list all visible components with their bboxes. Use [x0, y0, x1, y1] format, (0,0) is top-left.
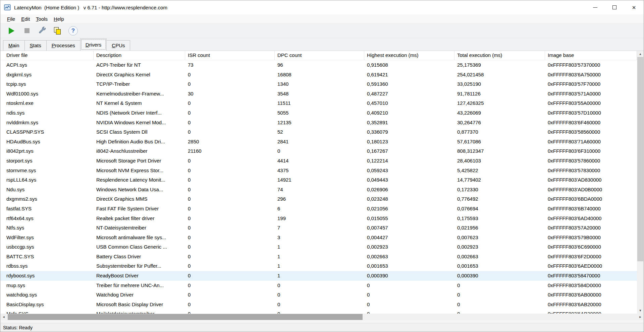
table-row[interactable]: stornvme.sysMicrosoft NVM Express Stor..… [0, 166, 637, 176]
tab-cpus[interactable]: CPUs [106, 40, 130, 51]
table-row[interactable]: nvlddmkm.sysNVIDIA Windows Kernel Mod...… [0, 118, 637, 128]
copy-report-button[interactable] [51, 25, 64, 37]
horizontal-scrollbar-thumb[interactable] [8, 314, 363, 320]
tab-stats[interactable]: Stats [24, 40, 47, 51]
cell-isr-count: 0 [185, 281, 275, 290]
cell-total-execution: 0,021956 [454, 223, 545, 233]
maximize-button[interactable] [605, 0, 624, 14]
cell-dpc-count: 2841 [275, 137, 364, 147]
cell-highest-execution: 0,004427 [364, 233, 454, 243]
close-button[interactable]: ✕ [624, 0, 644, 14]
scroll-down-arrow-icon[interactable]: ▼ [637, 308, 644, 314]
cell-image-base: 0xFFFFF803'6C690000 [545, 242, 637, 252]
cell-image-base: 0xFFFFF803'571A0000 [545, 89, 637, 99]
menu-item-file[interactable]: File [4, 15, 18, 23]
scroll-up-arrow-icon[interactable]: ▲ [637, 51, 644, 57]
cell-image-base: 0xFFFFF803'6F2D0000 [545, 252, 637, 262]
cell-description: NT Kernel & System [94, 98, 185, 108]
cell-image-base: 0xFFFFF803'6AED0000 [545, 261, 637, 271]
cell-total-execution: 0,001653 [454, 261, 545, 271]
cell-dpc-count: 6 [275, 204, 364, 214]
column-header-total-execution[interactable]: Total execution (ms) [454, 51, 545, 60]
table-row[interactable]: mup.sysTreiber für mehrere UNC-An...0000… [0, 281, 637, 290]
cell-image-base: 0xFFFFF803'58560000 [545, 127, 637, 137]
cell-dpc-count: 0 [275, 290, 364, 300]
table-row[interactable]: storport.sysMicrosoft Storage Port Drive… [0, 156, 637, 166]
column-header-image-base[interactable]: Image base [545, 51, 637, 60]
vertical-scrollbar[interactable]: ▲ ▼ [637, 51, 644, 314]
caption-buttons: ✕ [585, 0, 644, 14]
table-row[interactable]: dxgmms2.sysDirectX Graphics MMS02960,023… [0, 194, 637, 204]
tab-strip: Main Stats Processes Drivers CPUs [0, 38, 644, 51]
cell-image-base: 0xFFFFF803'6F310000 [545, 146, 637, 156]
column-header-description[interactable]: Description [94, 51, 185, 60]
cell-total-execution: 28,406103 [454, 156, 545, 166]
tab-drivers[interactable]: Drivers [80, 39, 107, 51]
menu-item-help[interactable]: Help [51, 15, 67, 23]
column-header-driver-file[interactable]: Driver file [0, 51, 94, 60]
table-row[interactable]: watchdog.sysWatchdog Driver00000xFFFFF80… [0, 290, 637, 300]
table-row[interactable]: ntoskrnl.exeNT Kernel & System0115110,45… [0, 98, 637, 108]
table-row[interactable]: Ndu.sysWindows Network Data Usa...0740,0… [0, 185, 637, 195]
table-row[interactable]: i8042prt.sysi8042-Anschlusstreiber211600… [0, 146, 637, 156]
cell-description: Windows Network Data Usa... [94, 185, 185, 195]
cell-dpc-count: 52 [275, 127, 364, 137]
column-header-dpc-count[interactable]: DPC count [275, 51, 364, 60]
minimize-icon [593, 7, 597, 8]
cell-description: Kernelmodustreiber-Framew... [94, 89, 185, 99]
table-row[interactable]: WdFilter.sysMicrosoft antimalware file s… [0, 233, 637, 243]
cell-image-base: 0xFFFFF803'6AB20000 [545, 300, 637, 310]
cell-total-execution: 808,312347 [454, 146, 545, 156]
cell-highest-execution: 0,487227 [364, 89, 454, 99]
table-row[interactable]: rtf64x64.sysRealtek packet filter driver… [0, 214, 637, 223]
cell-total-execution: 254,021458 [454, 70, 545, 80]
table-row[interactable]: fastfat.SYSFast FAT File System Driver06… [0, 204, 637, 214]
cell-isr-count: 0 [185, 242, 275, 252]
column-header-highest-execution[interactable]: Highest execution (ms) [364, 51, 454, 60]
cell-driver-file: watchdog.sys [0, 290, 94, 300]
cell-dpc-count: 96 [275, 60, 364, 70]
table-row[interactable]: tcpip.sysTCP/IP-Treiber013400,59136033,0… [0, 79, 637, 89]
table-row[interactable]: ndis.sysNDIS (Network Driver Interf...05… [0, 108, 637, 118]
cell-image-base: 0xFFFFF803'6AD40000 [545, 214, 637, 223]
table-row[interactable]: CLASSPNP.SYSSCSI Class System Dll0520,33… [0, 127, 637, 137]
minimize-button[interactable] [585, 0, 605, 14]
table-row[interactable]: BATTC.SYSBattery Class Driver010,0026630… [0, 252, 637, 262]
scroll-left-arrow-icon[interactable]: ◄ [0, 314, 7, 320]
tab-processes[interactable]: Processes [46, 40, 80, 51]
cell-total-execution: 30,264776 [454, 118, 545, 128]
table-row[interactable]: ACPI.sysACPI-Treiber für NT73960,9156082… [0, 60, 637, 70]
scroll-right-arrow-icon[interactable]: ► [637, 314, 644, 320]
cell-driver-file: nvlddmkm.sys [0, 118, 94, 128]
tab-main[interactable]: Main [3, 40, 25, 51]
cell-total-execution: 0 [454, 281, 545, 290]
cell-isr-count: 0 [185, 156, 275, 166]
table-row[interactable]: rspLLL64.sysResplendence Latency Monit..… [0, 175, 637, 185]
cell-image-base: 0xFFFFF803'57370000 [545, 60, 637, 70]
cell-driver-file: tcpip.sys [0, 79, 94, 89]
table-row[interactable]: HDAudBus.sysHigh Definition Audio Bus Dr… [0, 137, 637, 147]
help-button[interactable]: ? [67, 25, 79, 37]
horizontal-scrollbar[interactable]: ◄ ► [0, 314, 644, 320]
help-icon: ? [68, 26, 78, 36]
table-row[interactable]: BasicDisplay.sysMicrosoft Basic Display … [0, 300, 637, 310]
cell-highest-execution: 0,457010 [364, 98, 454, 108]
table-row[interactable]: usbccgp.sysUSB Common Class Generic ...0… [0, 242, 637, 252]
cell-total-execution: 0,877370 [454, 127, 545, 137]
stop-monitor-button[interactable] [20, 25, 33, 37]
menu-item-tools[interactable]: Tools [33, 15, 51, 23]
column-header-isr-count[interactable]: ISR count [185, 51, 275, 60]
menu-item-edit[interactable]: Edit [18, 15, 33, 23]
table-row[interactable]: Msfs.SYSMailslotdateisystemtreiber00000x… [0, 309, 637, 314]
table-row[interactable]: rdbss.sysSubsystemtreiber für Puffer...0… [0, 261, 637, 271]
table-row[interactable]: Wdf01000.sysKernelmodustreiber-Framew...… [0, 89, 637, 99]
options-button[interactable] [36, 25, 49, 37]
table-row[interactable]: rdyboost.sysReadyBoost Driver010,0003900… [0, 271, 637, 281]
cell-image-base: 0xFFFFF803'71A60000 [545, 137, 637, 147]
cell-total-execution: 0,175593 [454, 214, 545, 223]
vertical-scrollbar-thumb[interactable] [637, 57, 643, 261]
bottom-gap [0, 320, 644, 323]
table-row[interactable]: Ntfs.sysNT-Dateisystemtreiber070,0074570… [0, 223, 637, 233]
table-row[interactable]: dxgkrnl.sysDirectX Graphics Kernel016808… [0, 70, 637, 80]
start-monitor-button[interactable] [5, 25, 18, 37]
